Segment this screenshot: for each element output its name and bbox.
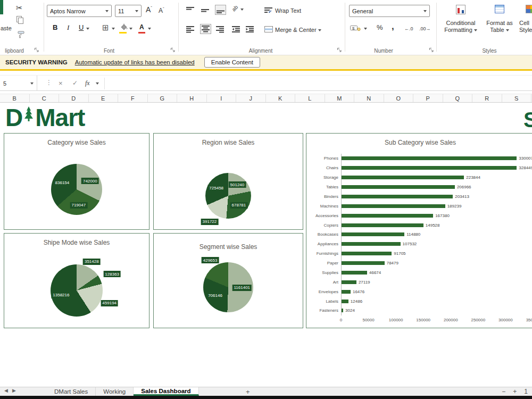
align-left-button[interactable]	[185, 25, 195, 34]
bar[interactable]	[342, 271, 367, 275]
bar[interactable]	[342, 176, 464, 179]
column-header-Q[interactable]: Q	[443, 94, 473, 102]
column-header-K[interactable]: K	[266, 94, 296, 102]
increase-decimal-button[interactable]: ←.0	[404, 26, 413, 31]
accounting-dropdown[interactable]	[364, 28, 367, 30]
grow-font-button[interactable]: Aˆ	[146, 5, 152, 14]
align-center-button[interactable]	[200, 24, 211, 34]
borders-icon[interactable]: ⊞	[102, 23, 109, 32]
cancel-icon[interactable]: ×	[59, 79, 63, 87]
increase-indent-button[interactable]	[245, 25, 255, 34]
column-header-N[interactable]: N	[354, 94, 384, 102]
format-as-table-button[interactable]: Format as Table	[482, 20, 517, 34]
font-name-combo[interactable]: Aptos Narrow	[47, 5, 112, 17]
column-header-E[interactable]: E	[89, 94, 119, 102]
font-size-value: 11	[118, 8, 124, 14]
bar[interactable]	[342, 252, 392, 255]
number-format-combo[interactable]: General	[349, 5, 430, 17]
middle-align-button[interactable]	[200, 6, 210, 15]
orientation-icon[interactable]: ab	[231, 4, 239, 13]
bar[interactable]	[342, 223, 423, 227]
zoom-in-icon[interactable]: +	[513, 388, 517, 395]
conditional-formatting-button[interactable]: Conditional Formatting	[440, 20, 481, 34]
formula-input[interactable]	[106, 76, 532, 91]
bar[interactable]	[342, 185, 455, 189]
zoom-out-icon[interactable]: −	[502, 388, 505, 395]
insert-function-icon[interactable]: fx	[85, 79, 90, 87]
name-box[interactable]: 5	[0, 76, 37, 91]
column-header-B[interactable]: B	[0, 94, 30, 102]
bar[interactable]	[342, 214, 433, 218]
bar[interactable]	[342, 300, 348, 303]
column-header-I[interactable]: I	[207, 94, 237, 102]
column-header-R[interactable]: R	[472, 94, 502, 102]
column-header-M[interactable]: M	[325, 94, 355, 102]
clipboard-dialog-launcher[interactable]	[34, 47, 39, 53]
fill-color-dropdown[interactable]	[129, 28, 132, 30]
enter-icon[interactable]: ✓	[72, 79, 78, 87]
column-header-H[interactable]: H	[177, 94, 207, 102]
comma-style-button[interactable]: ,	[392, 21, 394, 32]
fx-dropdown[interactable]	[96, 82, 99, 85]
pie-chart[interactable]	[205, 173, 251, 219]
accounting-format-icon[interactable]: $	[350, 24, 361, 31]
orientation-dropdown[interactable]	[240, 9, 244, 11]
bar[interactable]	[342, 232, 404, 236]
bar[interactable]	[342, 195, 453, 198]
cut-icon[interactable]: ✂	[16, 3, 23, 13]
group-separator	[44, 3, 44, 52]
underline-dropdown[interactable]	[86, 28, 89, 30]
bar[interactable]	[342, 261, 385, 265]
bar[interactable]	[342, 309, 343, 312]
borders-dropdown[interactable]	[112, 28, 115, 30]
enable-content-button[interactable]: Enable Content	[204, 57, 260, 68]
bold-button[interactable]: B	[53, 23, 57, 31]
italic-button[interactable]: I	[67, 23, 69, 32]
sheet-tab-sales-dashboard[interactable]: Sales Dashboard	[134, 387, 198, 396]
number-dialog-launcher[interactable]	[429, 47, 434, 53]
column-header-F[interactable]: F	[118, 94, 148, 102]
pie-chart[interactable]	[51, 264, 103, 317]
wrap-text-button[interactable]: Wrap Text	[275, 7, 301, 14]
bar[interactable]	[342, 156, 517, 160]
fill-color-icon[interactable]	[119, 23, 128, 31]
bar[interactable]	[342, 166, 517, 170]
column-header-S[interactable]: S	[502, 94, 532, 102]
font-color-icon[interactable]: A	[139, 23, 144, 31]
formula-bar-handle[interactable]: ⋮	[46, 79, 52, 86]
column-header-C[interactable]: C	[30, 94, 60, 102]
alignment-dialog-launcher[interactable]	[337, 47, 342, 53]
bar[interactable]	[342, 242, 401, 246]
security-warning-link[interactable]: Automatic update of links has been disab…	[75, 59, 195, 65]
column-header-P[interactable]: P	[413, 94, 443, 102]
shrink-font-button[interactable]: Aˇ	[159, 6, 164, 14]
font-size-combo[interactable]: 11	[115, 5, 142, 17]
column-header-J[interactable]: J	[236, 94, 266, 102]
bar[interactable]	[342, 280, 356, 284]
bar[interactable]	[342, 204, 445, 208]
sheet-tab-dmart-sales[interactable]: DMart Sales	[47, 387, 96, 396]
column-header-G[interactable]: G	[148, 94, 178, 102]
column-header-D[interactable]: D	[59, 94, 89, 102]
top-align-button[interactable]	[185, 6, 195, 15]
sheet-tabs: DMart SalesWorkingSales Dashboard	[47, 387, 199, 396]
percent-style-button[interactable]: %	[377, 23, 383, 31]
align-right-button[interactable]	[215, 25, 225, 34]
column-header-O[interactable]: O	[384, 94, 414, 102]
decrease-indent-button[interactable]	[231, 25, 241, 34]
bar[interactable]	[342, 290, 351, 294]
cell-styles-button[interactable]: Cell Styles	[519, 20, 532, 34]
font-dialog-launcher[interactable]	[170, 47, 176, 53]
underline-button[interactable]: U	[79, 23, 84, 31]
copy-icon[interactable]	[16, 16, 24, 24]
sheet-tab-working[interactable]: Working	[96, 387, 134, 396]
decrease-decimal-button[interactable]: .00→	[419, 26, 431, 31]
font-color-dropdown[interactable]	[148, 28, 151, 30]
paste-button[interactable]: aste	[1, 25, 12, 31]
bottom-align-button[interactable]	[215, 5, 226, 15]
new-sheet-button[interactable]: +	[239, 387, 256, 396]
column-header-L[interactable]: L	[295, 94, 325, 102]
format-painter-icon[interactable]	[18, 31, 25, 39]
sheet-nav-arrows[interactable]: ◀▶	[4, 388, 20, 393]
merge-center-button[interactable]: Merge & Center	[275, 27, 321, 33]
